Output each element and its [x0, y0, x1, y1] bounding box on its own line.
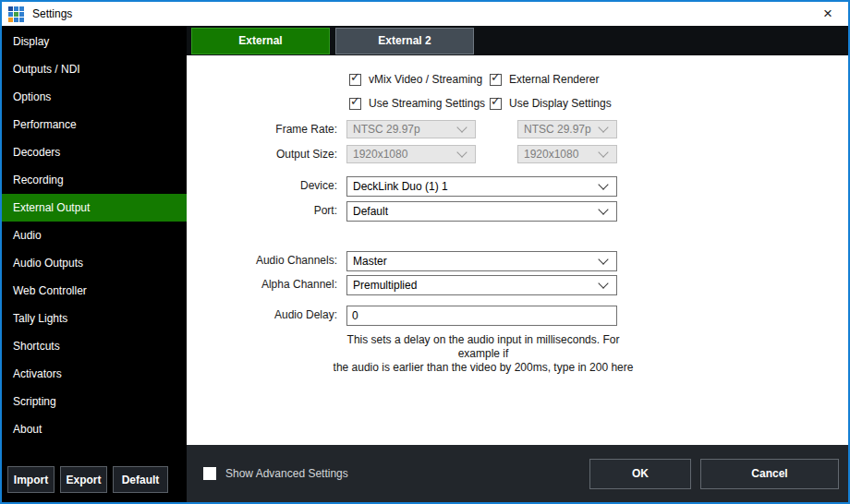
- sidebar-button-row: Import Export Default: [2, 466, 187, 502]
- combo-value: Premultiplied: [347, 279, 600, 292]
- sidebar-item-display[interactable]: Display: [2, 28, 187, 55]
- check-icon: ✓: [350, 71, 360, 83]
- frame-rate-row: Frame Rate: NTSC 29.97p NTSC 29.97p: [187, 120, 848, 140]
- checkbox-label: External Renderer: [509, 73, 599, 86]
- chevron-down-icon: [598, 254, 608, 264]
- sidebar-item-recording[interactable]: Recording: [2, 166, 187, 194]
- check-icon: ✓: [350, 95, 360, 107]
- chevron-down-icon: [598, 147, 608, 157]
- window-title: Settings: [32, 7, 72, 20]
- vmix-logo-icon: [8, 6, 24, 22]
- chevron-down-icon: [598, 179, 608, 189]
- help-line: This sets a delay on the audio input in …: [325, 333, 641, 361]
- port-row: Port: Default: [187, 201, 848, 222]
- combo-value: Default: [347, 205, 600, 218]
- check-icon: ✓: [491, 71, 501, 83]
- logo-square: [14, 18, 18, 22]
- footer-bar: Show Advanced Settings OK Cancel: [187, 445, 848, 502]
- audio-channels-row: Audio Channels: Master: [187, 251, 848, 271]
- audio-delay-help: This sets a delay on the audio input in …: [325, 333, 641, 375]
- sidebar-item-about[interactable]: About: [2, 415, 187, 443]
- checkbox-label: Use Display Settings: [509, 97, 612, 110]
- audio-channels-label: Audio Channels:: [187, 251, 337, 270]
- sidebar-item-outputs-ndi[interactable]: Outputs / NDI: [2, 55, 187, 83]
- sidebar-item-decoders[interactable]: Decoders: [2, 138, 187, 166]
- frame-rate-select-2: NTSC 29.97p: [517, 120, 617, 138]
- checkbox-label: Show Advanced Settings: [225, 467, 348, 480]
- title-bar: Settings ×: [2, 2, 848, 26]
- checkbox-box[interactable]: ✓: [490, 98, 502, 110]
- output-size-select-2: 1920x1080: [517, 145, 617, 163]
- external-output-tabstrip: External External 2: [187, 26, 848, 55]
- ok-button[interactable]: OK: [589, 459, 691, 489]
- output-size-label: Output Size:: [187, 145, 337, 163]
- alpha-channel-row: Alpha Channel: Premultiplied: [187, 275, 848, 295]
- checkbox-box[interactable]: ✓: [349, 74, 361, 86]
- sidebar-nav: Display Outputs / NDI Options Performanc…: [2, 26, 187, 443]
- sidebar-item-shortcuts[interactable]: Shortcuts: [2, 332, 187, 360]
- combo-value: DeckLink Duo (1) 1: [347, 180, 600, 193]
- combo-value: Master: [347, 255, 600, 268]
- tab-external[interactable]: External: [191, 28, 330, 54]
- device-row: Device: DeckLink Duo (1) 1: [187, 176, 848, 197]
- settings-window: Settings × Display Outputs / NDI Options…: [0, 0, 850, 504]
- import-button[interactable]: Import: [7, 466, 55, 493]
- frame-rate-label: Frame Rate:: [187, 120, 337, 138]
- device-select[interactable]: DeckLink Duo (1) 1: [346, 176, 617, 197]
- frame-rate-select-1: NTSC 29.97p: [346, 120, 476, 138]
- sidebar-item-web-controller[interactable]: Web Controller: [2, 277, 187, 305]
- audio-delay-label: Audio Delay:: [187, 306, 337, 324]
- checkbox-use-display-settings[interactable]: ✓ Use Display Settings: [490, 96, 612, 111]
- combo-value: 1920x1080: [347, 148, 458, 161]
- show-advanced-checkbox[interactable]: Show Advanced Settings: [203, 467, 348, 480]
- check-icon: ✓: [491, 95, 501, 107]
- logo-square: [8, 12, 13, 17]
- alpha-channel-select[interactable]: Premultiplied: [346, 275, 617, 295]
- logo-square: [14, 6, 18, 11]
- chevron-down-icon: [598, 122, 608, 132]
- external-output-panel: ✓ vMix Video / Streaming ✓ External Rend…: [187, 55, 848, 445]
- audio-channels-select[interactable]: Master: [346, 251, 617, 271]
- tab-external-2[interactable]: External 2: [335, 28, 474, 54]
- sidebar-item-activators[interactable]: Activators: [2, 360, 187, 388]
- port-label: Port:: [187, 201, 337, 220]
- checkbox-external-renderer[interactable]: ✓ External Renderer: [490, 72, 599, 87]
- sidebar-item-scripting[interactable]: Scripting: [2, 388, 187, 415]
- export-button[interactable]: Export: [60, 466, 107, 493]
- logo-square: [14, 12, 18, 17]
- sidebar-item-options[interactable]: Options: [2, 83, 187, 111]
- checkbox-box[interactable]: [203, 467, 216, 480]
- logo-square: [8, 6, 13, 11]
- sidebar-item-audio-outputs[interactable]: Audio Outputs: [2, 249, 187, 277]
- alpha-channel-label: Alpha Channel:: [187, 275, 337, 294]
- output-size-select-1: 1920x1080: [346, 145, 476, 163]
- cancel-button[interactable]: Cancel: [700, 459, 839, 489]
- checkbox-label: vMix Video / Streaming: [369, 73, 482, 86]
- logo-square: [8, 18, 13, 22]
- combo-value: NTSC 29.97p: [518, 123, 600, 136]
- sidebar-item-external-output[interactable]: External Output: [2, 194, 187, 222]
- default-button[interactable]: Default: [113, 466, 168, 493]
- chevron-down-icon: [456, 147, 467, 157]
- port-select[interactable]: Default: [346, 201, 617, 222]
- sidebar-item-tally-lights[interactable]: Tally Lights: [2, 305, 187, 332]
- output-size-row: Output Size: 1920x1080 1920x1080: [187, 145, 848, 165]
- help-line: the audio is earlier than the video by 2…: [325, 361, 641, 375]
- chevron-down-icon: [456, 122, 467, 132]
- logo-square: [19, 12, 24, 17]
- sidebar-item-performance[interactable]: Performance: [2, 111, 187, 138]
- checkbox-use-streaming-settings[interactable]: ✓ Use Streaming Settings: [349, 96, 485, 111]
- audio-delay-input[interactable]: [346, 306, 617, 326]
- checkbox-box[interactable]: ✓: [490, 74, 502, 86]
- audio-delay-row: Audio Delay:: [187, 306, 848, 326]
- device-label: Device:: [187, 176, 337, 195]
- combo-value: 1920x1080: [518, 148, 600, 161]
- chevron-down-icon: [598, 278, 608, 288]
- combo-value: NTSC 29.97p: [347, 123, 458, 136]
- logo-square: [19, 6, 24, 11]
- chevron-down-icon: [598, 204, 608, 214]
- close-icon[interactable]: ×: [813, 2, 843, 26]
- sidebar-item-audio[interactable]: Audio: [2, 222, 187, 249]
- checkbox-vmix-video-streaming[interactable]: ✓ vMix Video / Streaming: [349, 72, 482, 87]
- checkbox-box[interactable]: ✓: [349, 98, 361, 110]
